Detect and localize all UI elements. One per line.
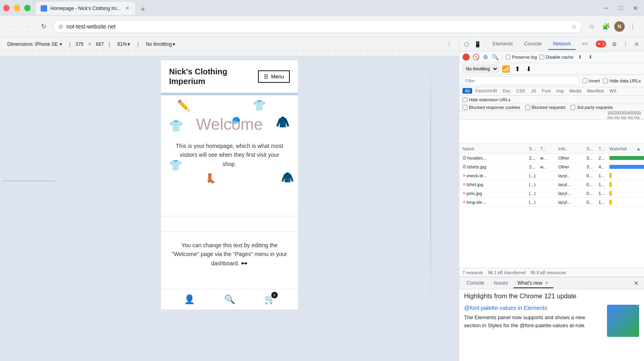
devtools-close-button[interactable]: ✕ xyxy=(632,39,642,49)
error-badge[interactable]: ✕ 2 xyxy=(596,41,606,47)
preserve-log-checkbox[interactable]: Preserve log xyxy=(506,55,537,59)
preserve-log-input[interactable] xyxy=(506,55,510,59)
filter-css-button[interactable]: CSS xyxy=(514,88,528,94)
filter-all-button[interactable]: All xyxy=(462,88,472,94)
filter-media-button[interactable]: Media xyxy=(567,88,584,94)
table-row[interactable]: 🖼 tshirts.jpg 2... w... Other 3... 4... xyxy=(459,162,644,171)
tab-network[interactable]: Network xyxy=(548,39,576,50)
console-tab-whats-new[interactable]: What's new ✕ xyxy=(514,279,554,288)
third-party-requests-checkbox[interactable]: 3rd-party requests xyxy=(570,105,613,110)
col-header-name[interactable]: Name xyxy=(461,146,525,151)
zoom-selector[interactable]: 81% ▾ xyxy=(115,41,132,48)
filter-ws-button[interactable]: WS xyxy=(607,88,619,94)
record-button[interactable] xyxy=(462,53,470,61)
devtools-settings-button[interactable]: ⚙ xyxy=(609,39,619,49)
chrome-restore-button[interactable]: □ xyxy=(615,2,626,14)
console-tab-console[interactable]: Console xyxy=(462,279,488,288)
disable-cache-checkbox[interactable]: Disable cache xyxy=(539,55,574,59)
row2-waterfall-bar xyxy=(609,165,644,169)
invert-checkbox[interactable]: Invert xyxy=(582,78,600,83)
download-har-button[interactable]: ⬇ xyxy=(524,65,533,73)
console-close-button[interactable]: ✕ xyxy=(631,279,641,288)
new-tab-button[interactable]: + xyxy=(137,4,149,15)
disable-cache-input[interactable] xyxy=(539,55,544,59)
console-content: Highlights from the Chrome 121 update @f… xyxy=(459,289,644,361)
hide-extension-urls-checkbox[interactable]: Hide extension URLs xyxy=(462,97,510,102)
console-tab-issues[interactable]: Issues xyxy=(490,279,512,288)
minimize-button[interactable]: ─ xyxy=(14,5,20,11)
chrome-more-button[interactable]: ⋮ xyxy=(626,20,639,33)
feature-row: @font-palette-values in Elements The Ele… xyxy=(464,305,639,337)
hide-data-urls-checkbox[interactable]: Hide data URLs xyxy=(603,78,641,83)
col-header-waterfall[interactable]: Waterfall ▲ xyxy=(608,146,642,151)
forward-button[interactable]: → xyxy=(21,20,34,33)
row5-waterfall xyxy=(608,191,642,196)
tab-title: Homepage - Nick's Clothing Im... xyxy=(50,6,121,11)
table-row[interactable]: 🖼 hoodies... 2... w... Other 3... 2... xyxy=(459,154,644,162)
profile-avatar[interactable]: N xyxy=(614,21,625,32)
blocked-requests-input[interactable] xyxy=(525,105,530,110)
filter-doc-button[interactable]: Doc xyxy=(500,88,513,94)
maximize-button[interactable]: □ xyxy=(24,5,31,11)
device-toolbar-more[interactable]: ⋮ xyxy=(444,39,454,49)
back-button[interactable]: ← xyxy=(5,20,18,33)
filter-button[interactable]: ⚙ xyxy=(482,53,489,61)
import-button[interactable]: ⬆ xyxy=(576,53,584,61)
throttle-device-selector[interactable]: No throttling ▾ xyxy=(144,41,178,48)
table-row[interactable]: ✕ tshirt.jpg (...) lazyl... 0... 1... xyxy=(459,180,644,189)
menu-button[interactable]: ☰ Menu xyxy=(258,70,290,83)
row4-error-icon: ✕ xyxy=(462,182,466,187)
tab-more-button[interactable]: >> xyxy=(577,39,592,50)
third-party-requests-input[interactable] xyxy=(570,105,575,110)
export-button[interactable]: ⬇ xyxy=(586,53,594,61)
hide-extension-urls-input[interactable] xyxy=(462,97,467,102)
account-icon[interactable]: 👤 xyxy=(184,294,195,305)
table-row[interactable]: ✕ long-sle... (...) lazyl... 0... 1... xyxy=(459,198,644,207)
hide-data-urls-label: Hide data URLs xyxy=(609,78,641,83)
device-mode-button[interactable]: 📱 xyxy=(473,39,483,49)
search-icon[interactable]: 🔍 xyxy=(224,294,235,305)
filter-manifest-button[interactable]: Manifest xyxy=(584,88,606,94)
chrome-minimize-button[interactable]: ─ xyxy=(601,2,612,14)
devtools-more-button[interactable]: ⋮ xyxy=(621,39,630,49)
filter-js-button[interactable]: JS xyxy=(528,88,539,94)
active-tab[interactable]: Homepage - Nick's Clothing Im... ✕ xyxy=(35,1,136,15)
tab-close-button[interactable]: ✕ xyxy=(124,5,130,12)
filter-input[interactable] xyxy=(462,76,579,85)
tab-console[interactable]: Console xyxy=(519,39,547,50)
col-header-time[interactable]: T... xyxy=(598,146,608,151)
reload-button[interactable]: ↻ xyxy=(37,20,50,33)
inspect-element-button[interactable]: ⬡ xyxy=(462,39,471,49)
col-header-type[interactable]: T... xyxy=(539,146,557,151)
upload-har-button[interactable]: ⬆ xyxy=(513,65,521,73)
bookmark-icon[interactable]: ☆ xyxy=(572,23,577,30)
cart-icon[interactable]: 🛒 0 xyxy=(264,294,275,305)
search-button[interactable]: 🔍 xyxy=(491,53,499,61)
tab-elements[interactable]: Elements xyxy=(488,39,518,50)
blocked-requests-checkbox[interactable]: Blocked requests xyxy=(525,105,566,110)
filter-img-button[interactable]: Img xyxy=(554,88,566,94)
wifi-icon[interactable]: 📶 xyxy=(502,65,510,73)
hide-data-urls-input[interactable] xyxy=(603,78,608,83)
row1-size: 3... xyxy=(586,156,598,160)
filter-font-button[interactable]: Font xyxy=(539,88,553,94)
device-selector[interactable]: Dimensions: iPhone SE ▾ xyxy=(5,41,64,48)
throttle-select[interactable]: No throttling xyxy=(462,65,499,73)
clear-button[interactable]: 🚫 xyxy=(472,53,479,61)
col-header-initiator[interactable]: Initi... xyxy=(557,146,586,151)
table-row[interactable]: ✕ vneck-te... (...) lazyl... 0... 1... xyxy=(459,171,644,180)
extensions-button[interactable]: 🧩 xyxy=(600,20,613,33)
bookmark-star-button[interactable]: ☆ xyxy=(585,20,598,33)
whats-new-tab-close[interactable]: ✕ xyxy=(544,280,549,286)
row6-status: (...) xyxy=(525,200,539,205)
table-row[interactable]: ✕ polo.jpg (...) lazyl... 0... 1... xyxy=(459,189,644,198)
blocked-response-cookies-checkbox[interactable]: Blocked response cookies xyxy=(462,105,520,110)
invert-input[interactable] xyxy=(582,78,587,83)
col-header-status[interactable]: S... xyxy=(525,146,539,151)
url-bar[interactable]: ⊙ not-test-website.net ☆ xyxy=(53,20,582,33)
filter-fetchxhr-button[interactable]: Fetch/XHR xyxy=(473,88,500,94)
col-header-size[interactable]: S... xyxy=(586,146,598,151)
chrome-close-button[interactable]: ✕ xyxy=(630,2,641,14)
blocked-response-cookies-input[interactable] xyxy=(462,105,467,110)
close-button[interactable]: ✕ xyxy=(3,5,10,11)
